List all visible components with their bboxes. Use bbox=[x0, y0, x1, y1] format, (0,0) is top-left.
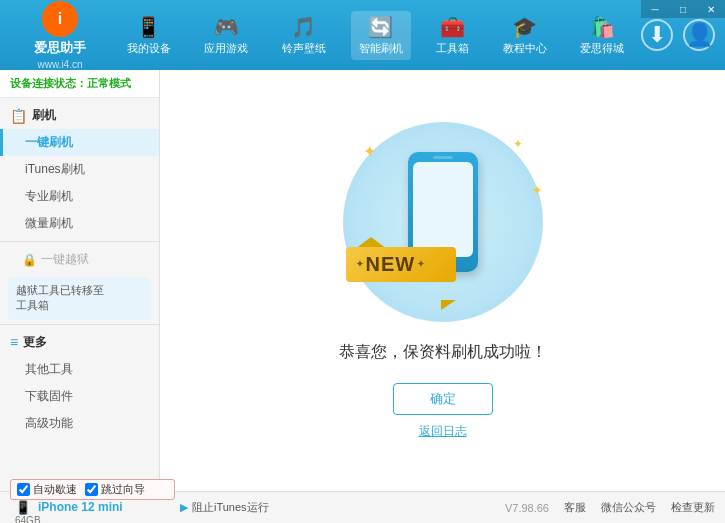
divider-1 bbox=[0, 241, 159, 242]
new-text: NEW bbox=[366, 253, 416, 276]
toolbox-label: 工具箱 bbox=[436, 41, 469, 56]
success-message: 恭喜您，保资料刷机成功啦！ bbox=[339, 342, 547, 363]
more-group-label: 更多 bbox=[23, 334, 47, 351]
auto-dismiss-input[interactable] bbox=[17, 483, 30, 496]
itunes-status: ▶ 阻止iTunes运行 bbox=[180, 500, 269, 515]
jailbreak-notice: 越狱工具已转移至 工具箱 bbox=[8, 277, 151, 320]
jailbreak-label: 一键越狱 bbox=[41, 251, 89, 268]
sparkle-1: ✦ bbox=[363, 142, 376, 161]
sparkle-4: ✦ bbox=[531, 182, 543, 198]
device-phone-icon: 📱 bbox=[15, 500, 31, 515]
itunes-label: 阻止iTunes运行 bbox=[192, 500, 269, 515]
sidebar-one-click-flash[interactable]: 一键刷机 bbox=[0, 129, 159, 156]
minimize-button[interactable]: ─ bbox=[641, 0, 669, 18]
status-value: 正常模式 bbox=[87, 77, 131, 89]
nav-ringtone[interactable]: 🎵 铃声壁纸 bbox=[274, 11, 334, 60]
divider-2 bbox=[0, 324, 159, 325]
confirm-button[interactable]: 确定 bbox=[393, 383, 493, 415]
phone-speaker bbox=[433, 156, 453, 159]
bottom-bar: 自动歇速 跳过向导 📱 iPhone 12 mini 64GB Down-12m… bbox=[0, 491, 725, 523]
new-ribbon: ✦ NEW ✦ bbox=[351, 247, 451, 302]
nav-bar: 📱 我的设备 🎮 应用游戏 🎵 铃声壁纸 🔄 智能刷机 🧰 工具箱 🎓 bbox=[110, 11, 641, 60]
header-right: ⬇ 👤 bbox=[641, 19, 715, 51]
skip-guide-label: 跳过向导 bbox=[101, 482, 145, 497]
ringtone-icon: 🎵 bbox=[291, 15, 316, 39]
star-left: ✦ bbox=[356, 259, 364, 269]
skip-guide-input[interactable] bbox=[85, 483, 98, 496]
window-controls: ─ □ ✕ bbox=[641, 0, 725, 18]
wechat-link[interactable]: 微信公众号 bbox=[601, 500, 656, 515]
itunes-icon: ▶ bbox=[180, 501, 188, 514]
nav-my-device[interactable]: 📱 我的设备 bbox=[119, 11, 179, 60]
header: i 爱思助手 www.i4.cn 📱 我的设备 🎮 应用游戏 🎵 铃声壁纸 🔄 … bbox=[0, 0, 725, 70]
store-icon: 🛍️ bbox=[590, 15, 615, 39]
more-section: ≡ 更多 其他工具 下载固件 高级功能 bbox=[0, 329, 159, 437]
auto-dismiss-checkbox[interactable]: 自动歇速 bbox=[17, 482, 77, 497]
tutorial-icon: 🎓 bbox=[512, 15, 537, 39]
lock-icon: 🔒 bbox=[22, 253, 37, 267]
toolbox-icon: 🧰 bbox=[440, 15, 465, 39]
flash-group-label: 刷机 bbox=[32, 107, 56, 124]
smart-flash-icon: 🔄 bbox=[368, 15, 393, 39]
tutorial-label: 教程中心 bbox=[503, 41, 547, 56]
smart-flash-label: 智能刷机 bbox=[359, 41, 403, 56]
sidebar-micro-flash[interactable]: 微量刷机 bbox=[0, 210, 159, 237]
check-update-link[interactable]: 检查更新 bbox=[671, 500, 715, 515]
my-device-label: 我的设备 bbox=[127, 41, 171, 56]
logo-area: i 爱思助手 www.i4.cn bbox=[10, 1, 110, 70]
user-button[interactable]: 👤 bbox=[683, 19, 715, 51]
status-bar: 设备连接状态：正常模式 bbox=[0, 70, 159, 98]
sidebar-itunes-flash[interactable]: iTunes刷机 bbox=[0, 156, 159, 183]
store-label: 爱思得城 bbox=[580, 41, 624, 56]
ringtone-label: 铃声壁纸 bbox=[282, 41, 326, 56]
sparkle-2: ✦ bbox=[513, 137, 523, 151]
more-group-icon: ≡ bbox=[10, 334, 18, 350]
content-area: ✦ ✦ ✦ ✦ bbox=[160, 70, 725, 491]
auto-dismiss-label: 自动歇速 bbox=[33, 482, 77, 497]
bottom-right: V7.98.66 客服 微信公众号 检查更新 bbox=[269, 500, 715, 515]
main-layout: 设备连接状态：正常模式 📋 刷机 一键刷机 iTunes刷机 专业刷机 微量刷机… bbox=[0, 70, 725, 491]
customer-service-link[interactable]: 客服 bbox=[564, 500, 586, 515]
phone-illustration: ✦ ✦ ✦ ✦ bbox=[333, 122, 553, 322]
device-storage: 64GB bbox=[15, 515, 175, 524]
flash-section: 📋 刷机 一键刷机 iTunes刷机 专业刷机 微量刷机 bbox=[0, 102, 159, 237]
my-device-icon: 📱 bbox=[136, 15, 161, 39]
status-label: 设备连接状态： bbox=[10, 77, 87, 89]
version-label: V7.98.66 bbox=[505, 502, 549, 514]
nav-apps-games[interactable]: 🎮 应用游戏 bbox=[196, 11, 256, 60]
apps-icon: 🎮 bbox=[214, 15, 239, 39]
nav-store[interactable]: 🛍️ 爱思得城 bbox=[572, 11, 632, 60]
jailbreak-group-header: 🔒 一键越狱 bbox=[0, 246, 159, 273]
flash-group-icon: 📋 bbox=[10, 108, 27, 124]
more-group-header: ≡ 更多 bbox=[0, 329, 159, 356]
sidebar-download-firmware[interactable]: 下载固件 bbox=[0, 383, 159, 410]
jailbreak-section: 🔒 一键越狱 越狱工具已转移至 工具箱 bbox=[0, 246, 159, 320]
sidebar-other-tools[interactable]: 其他工具 bbox=[0, 356, 159, 383]
apps-label: 应用游戏 bbox=[204, 41, 248, 56]
phone-screen bbox=[413, 162, 473, 257]
close-button[interactable]: ✕ bbox=[697, 0, 725, 18]
sidebar-pro-flash[interactable]: 专业刷机 bbox=[0, 183, 159, 210]
nav-toolbox[interactable]: 🧰 工具箱 bbox=[428, 11, 477, 60]
device-name: iPhone 12 mini bbox=[38, 500, 123, 514]
flash-group-header: 📋 刷机 bbox=[0, 102, 159, 129]
bottom-left: 自动歇速 跳过向导 📱 iPhone 12 mini 64GB Down-12m… bbox=[10, 479, 175, 524]
sidebar-advanced[interactable]: 高级功能 bbox=[0, 410, 159, 437]
skip-guide-checkbox[interactable]: 跳过向导 bbox=[85, 482, 145, 497]
nav-tutorial[interactable]: 🎓 教程中心 bbox=[495, 11, 555, 60]
download-button[interactable]: ⬇ bbox=[641, 19, 673, 51]
app-name: 爱思助手 bbox=[34, 39, 86, 57]
secondary-link[interactable]: 返回日志 bbox=[419, 423, 467, 440]
sidebar: 设备连接状态：正常模式 📋 刷机 一键刷机 iTunes刷机 专业刷机 微量刷机… bbox=[0, 70, 160, 491]
device-info: 📱 iPhone 12 mini 64GB Down-12mini-13,1 bbox=[15, 500, 175, 524]
nav-smart-flash[interactable]: 🔄 智能刷机 bbox=[351, 11, 411, 60]
logo-icon: i bbox=[42, 1, 78, 37]
star-right: ✦ bbox=[417, 259, 425, 269]
maximize-button[interactable]: □ bbox=[669, 0, 697, 18]
logo-subtitle: www.i4.cn bbox=[37, 59, 82, 70]
